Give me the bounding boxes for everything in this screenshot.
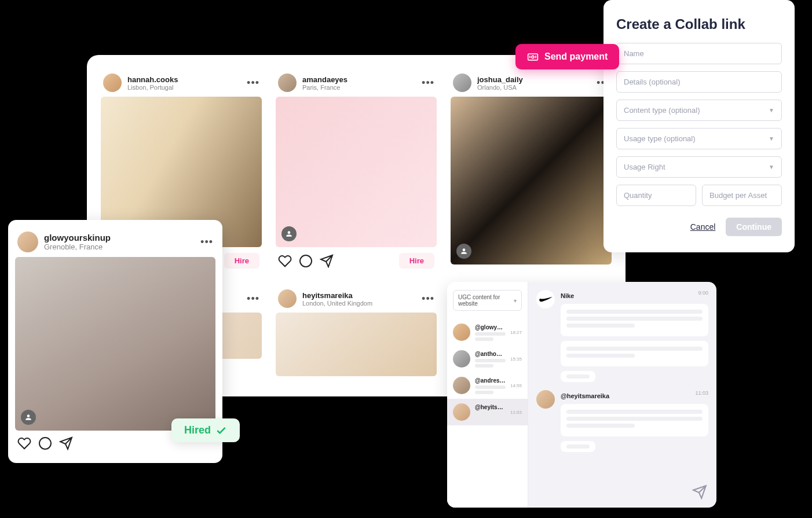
location: Lisbon, Portugal bbox=[127, 84, 241, 91]
username[interactable]: hannah.cooks bbox=[127, 75, 241, 84]
more-icon[interactable]: ••• bbox=[247, 77, 259, 89]
chevron-down-icon: ▾ bbox=[514, 297, 517, 304]
post-card: heyitsmareika London, United Kingdom ••• bbox=[276, 285, 437, 376]
more-icon[interactable]: ••• bbox=[247, 293, 259, 305]
details-field[interactable]: Details (optional) bbox=[616, 71, 782, 93]
avatar bbox=[453, 377, 470, 394]
chat-thread: Nike 9:00 @heyitsmareika 11:03 bbox=[528, 282, 716, 508]
hired-badge: Hired bbox=[171, 418, 240, 442]
chat-filter-select[interactable]: UGC content for website ▾ bbox=[453, 290, 522, 311]
quantity-field[interactable]: Quantity bbox=[616, 185, 696, 206]
chat-sidebar: UGC content for website ▾ @glowyoursk...… bbox=[447, 282, 528, 508]
user-badge-icon bbox=[21, 410, 36, 425]
nike-swoosh-icon bbox=[538, 296, 553, 303]
featured-post-card: glowyourskinup Grenoble, France ••• Hire… bbox=[8, 220, 222, 463]
message-time: 9:00 bbox=[698, 290, 708, 296]
message-sender: @heyitsmareika bbox=[561, 392, 609, 399]
send-icon[interactable] bbox=[692, 484, 707, 499]
chevron-down-icon: ▼ bbox=[769, 135, 774, 142]
avatar[interactable] bbox=[17, 232, 38, 252]
message-time: 11:03 bbox=[695, 390, 708, 396]
location: Paris, France bbox=[302, 84, 416, 91]
more-icon[interactable]: ••• bbox=[200, 236, 213, 248]
username[interactable]: glowyourskinup bbox=[44, 233, 195, 243]
heart-icon[interactable] bbox=[17, 436, 31, 450]
more-icon[interactable]: ••• bbox=[422, 293, 434, 305]
collab-form-panel: Create a Collab link Name Details (optio… bbox=[603, 0, 795, 252]
collab-title: Create a Collab link bbox=[616, 16, 782, 32]
post-image[interactable] bbox=[276, 313, 437, 376]
chat-panel: UGC content for website ▾ @glowyoursk...… bbox=[447, 282, 716, 508]
avatar[interactable] bbox=[278, 289, 297, 308]
share-icon[interactable] bbox=[59, 436, 73, 450]
message-bubble bbox=[561, 371, 595, 382]
chat-filter-label: UGC content for website bbox=[458, 294, 514, 307]
svg-point-1 bbox=[300, 255, 312, 267]
username[interactable]: joshua_daily bbox=[477, 75, 591, 84]
svg-point-4 bbox=[39, 438, 51, 449]
user-badge-icon bbox=[281, 226, 297, 241]
chat-handle: @anthonyjuly bbox=[475, 351, 506, 357]
usage-right-select[interactable]: Usage Right▼ bbox=[616, 156, 782, 178]
chat-time: 11:03 bbox=[510, 410, 522, 415]
chevron-down-icon: ▼ bbox=[769, 107, 774, 113]
avatar[interactable] bbox=[103, 74, 122, 92]
message-bubble bbox=[561, 341, 708, 366]
username[interactable]: amandaeyes bbox=[302, 75, 416, 84]
post-image[interactable] bbox=[15, 257, 215, 431]
chat-time: 18:27 bbox=[510, 330, 522, 335]
location: London, United Kingdom bbox=[302, 300, 416, 307]
chat-handle: @glowyoursk... bbox=[475, 324, 506, 330]
avatar bbox=[453, 324, 470, 341]
username[interactable]: heyitsmareika bbox=[302, 291, 416, 300]
heart-icon[interactable] bbox=[278, 254, 292, 268]
content-type-select[interactable]: Content type (optional)▼ bbox=[616, 100, 782, 121]
usage-type-select[interactable]: Usage type (optional)▼ bbox=[616, 128, 782, 149]
check-icon bbox=[215, 425, 227, 436]
chevron-down-icon: ▼ bbox=[769, 164, 774, 170]
chat-list-item[interactable]: @andresmora... 14:55 bbox=[447, 372, 528, 399]
avatar[interactable] bbox=[278, 74, 297, 92]
hire-button[interactable]: Hire bbox=[399, 253, 434, 269]
share-icon[interactable] bbox=[320, 254, 334, 268]
message-sender: Nike bbox=[561, 292, 574, 299]
chat-list-item[interactable]: @glowyoursk... 18:27 bbox=[447, 319, 528, 346]
avatar[interactable] bbox=[453, 74, 471, 92]
post-card: amandaeyes Paris, France ••• Hire bbox=[276, 69, 437, 274]
location: Orlando, USA bbox=[477, 84, 591, 91]
message-bubble bbox=[561, 404, 708, 436]
chat-list-item[interactable]: @heyitsmareika 11:03 bbox=[447, 399, 528, 425]
name-field[interactable]: Name bbox=[616, 43, 782, 64]
location: Grenoble, France bbox=[44, 243, 195, 251]
avatar bbox=[536, 390, 555, 409]
send-payment-button[interactable]: Send payment bbox=[515, 44, 619, 69]
post-image[interactable] bbox=[276, 97, 437, 247]
chat-time: 14:55 bbox=[510, 383, 522, 388]
post-card: joshua_daily Orlando, USA ••• bbox=[451, 69, 612, 264]
chat-time: 15:35 bbox=[510, 357, 522, 362]
message-bubble bbox=[561, 304, 708, 336]
chat-handle: @andresmora... bbox=[475, 377, 506, 384]
more-icon[interactable]: ••• bbox=[422, 77, 434, 89]
payment-icon bbox=[527, 51, 539, 63]
send-payment-label: Send payment bbox=[544, 52, 608, 62]
cancel-link[interactable]: Cancel bbox=[690, 222, 716, 232]
user-badge-icon bbox=[456, 244, 471, 259]
svg-point-3 bbox=[532, 56, 534, 58]
message-bubble bbox=[561, 441, 595, 452]
hired-label: Hired bbox=[184, 424, 211, 436]
post-image[interactable] bbox=[451, 97, 612, 264]
chat-list-item[interactable]: @anthonyjuly 15:35 bbox=[447, 346, 528, 372]
avatar bbox=[453, 350, 470, 368]
budget-field[interactable]: Budget per Asset bbox=[702, 185, 782, 206]
continue-button[interactable]: Continue bbox=[726, 218, 782, 236]
chat-handle: @heyitsmareika bbox=[475, 404, 506, 410]
avatar bbox=[536, 290, 555, 308]
avatar bbox=[453, 403, 470, 421]
comment-icon[interactable] bbox=[38, 436, 52, 450]
comment-icon[interactable] bbox=[299, 254, 313, 268]
hire-button[interactable]: Hire bbox=[224, 253, 259, 269]
